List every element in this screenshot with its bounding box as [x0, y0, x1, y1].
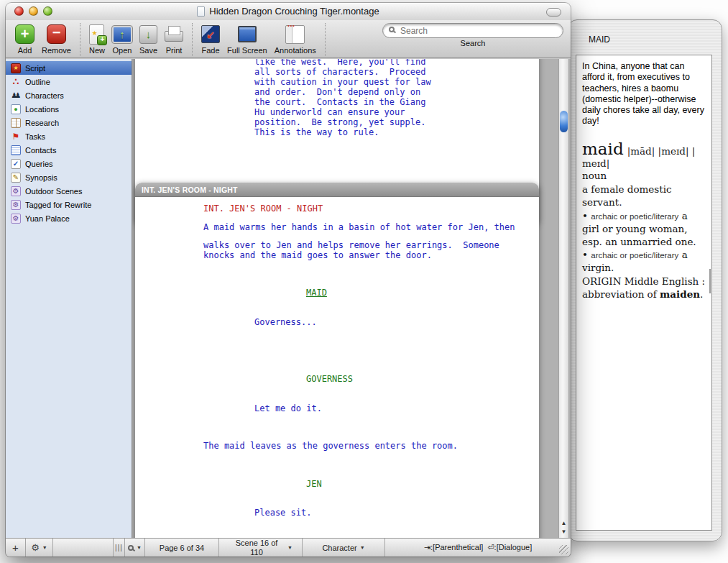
add-button[interactable]: + Add — [15, 23, 34, 55]
window-controls — [14, 6, 52, 16]
sidebar-item-tasks[interactable]: Tasks — [6, 129, 132, 143]
view-columns-button[interactable]: ||| — [114, 539, 125, 557]
open-icon — [112, 26, 132, 43]
smart-folder-gear-icon — [11, 200, 21, 210]
scrollbar-arrows[interactable]: ▲▼ — [559, 519, 568, 536]
action-text: The maid leaves as the governess enters … — [203, 441, 539, 452]
dialogue-block: JEN Please sit. — [135, 460, 539, 538]
sidebar-item-research[interactable]: Research — [6, 116, 132, 129]
chevron-down-icon: ▼ — [360, 545, 365, 550]
sidebar-item-outline[interactable]: Outline — [6, 75, 132, 88]
status-action-menu[interactable]: ⚙ ▼ — [26, 539, 53, 557]
zoom-button[interactable] — [43, 6, 52, 16]
window-title: Hidden Dragon Crouching Tiger.montage — [6, 3, 571, 20]
inspector-panel: MAID In China, anyone that can afford it… — [568, 19, 722, 541]
sidebar-item-outdoor-scenes[interactable]: Outdoor Scenes — [6, 184, 132, 198]
action-text: A maid warms her hands in a basin of hot… — [203, 223, 539, 233]
dictionary-sense-2: • archaic or poetic/literary a virgin. — [582, 249, 706, 275]
dialogue-block: MAID Governess... — [135, 269, 539, 347]
origin-word: maiden — [660, 288, 700, 300]
sidebar-item-synopsis[interactable]: Synopsis — [6, 170, 132, 184]
research-book-icon — [11, 118, 21, 128]
close-button[interactable] — [14, 6, 24, 16]
dictionary-sense-1: • archaic or poetic/literary a girl or y… — [582, 210, 706, 248]
fade-icon — [201, 25, 220, 43]
fade-button[interactable]: Fade — [201, 23, 220, 55]
smart-folder-gear-icon — [11, 214, 21, 224]
action-text: walks over to Jen and helps remove her e… — [203, 241, 539, 260]
bullet: • — [582, 210, 588, 221]
status-add-button[interactable]: + — [6, 539, 26, 557]
toolbar-separator — [192, 23, 193, 56]
dictionary-part-of-speech: noun — [582, 170, 706, 183]
element-type-selector[interactable]: Character ▼ — [303, 539, 385, 557]
chevron-down-icon: ▼ — [287, 545, 292, 550]
sidebar: Script Outline Characters Locations Rese… — [6, 59, 132, 538]
inspector-scrollbar[interactable] — [709, 269, 711, 293]
annotations-button[interactable]: Annotations — [275, 23, 316, 55]
inspector-note: In China, anyone that can afford it, fro… — [582, 61, 706, 127]
return-hint: ⏎:[Dialogue] — [487, 543, 532, 552]
chevron-down-icon: ▼ — [42, 545, 47, 550]
sidebar-item-yuan-palace[interactable]: Yuan Palace — [6, 211, 132, 225]
dialogue-text: Please sit. — [254, 508, 539, 518]
dialogue-text: Let me do it. — [254, 404, 539, 414]
sidebar-item-characters[interactable]: Characters — [6, 88, 132, 102]
scene-heading: INT. JEN'S ROOM - NIGHT — [203, 204, 539, 214]
sidebar-item-locations[interactable]: Locations — [6, 102, 132, 116]
search-icon — [128, 545, 134, 551]
annotations-icon — [285, 25, 305, 44]
sidebar-item-tagged-for-rewrite[interactable]: Tagged for Rewrite — [6, 198, 132, 211]
scene-selector[interactable]: Scene 16 of 110 ▼ — [219, 539, 303, 557]
scene-card[interactable]: INT. JEN'S ROOM - NIGHT INT. JEN'S ROOM … — [135, 183, 539, 538]
dictionary-headword-row: maid |mād| |meɪd| | meɪd| — [582, 140, 706, 170]
character-name: GOVERNESS — [306, 375, 539, 385]
dialogue-block: GOVERNESS Let me do it. — [135, 355, 539, 433]
sidebar-item-queries[interactable]: Queries — [6, 157, 132, 170]
full-screen-button[interactable]: Full Screen — [227, 23, 267, 55]
scrollbar-thumb[interactable] — [560, 111, 568, 132]
scene-card-body: INT. JEN'S ROOM - NIGHT A maid warms her… — [135, 197, 539, 538]
character-name: MAID — [306, 288, 539, 298]
vertical-scrollbar[interactable]: ▲▼ — [558, 59, 569, 538]
sidebar-item-script[interactable]: Script — [6, 61, 132, 75]
inspector-content[interactable]: In China, anyone that can afford it, fro… — [576, 55, 712, 531]
print-button[interactable]: Print — [165, 23, 183, 55]
document-icon — [197, 6, 205, 17]
new-document-icon — [89, 24, 104, 45]
resize-grip[interactable] — [559, 545, 568, 554]
scene-card-header[interactable]: INT. JEN'S ROOM - NIGHT — [135, 183, 539, 197]
character-name: JEN — [306, 480, 539, 490]
add-icon: + — [15, 24, 34, 44]
search-icon — [389, 27, 395, 32]
remove-button[interactable]: − Remove — [42, 23, 71, 55]
dialogue-text: Governess... — [254, 318, 539, 328]
status-spacer — [53, 539, 114, 557]
origin-label: ORIGIN — [582, 275, 622, 287]
sense-label: archaic or poetic/literary — [591, 212, 678, 221]
script-icon — [11, 63, 21, 73]
tasks-pin-icon — [11, 132, 21, 142]
sidebar-item-contacts[interactable]: Contacts — [6, 143, 132, 157]
sense-label: archaic or poetic/literary — [591, 251, 678, 260]
inspector-title: MAID — [589, 35, 610, 45]
contacts-icon — [11, 145, 21, 155]
minimize-button[interactable] — [29, 6, 38, 16]
status-search-menu[interactable]: ▼ — [125, 539, 145, 557]
title-bar[interactable]: Hidden Dragon Crouching Tiger.montage — [6, 3, 571, 20]
new-button[interactable]: New — [89, 23, 105, 55]
keyboard-hints: ⇥:[Parenthetical] ⏎:[Dialogue] — [385, 539, 571, 557]
main-window: Hidden Dragon Crouching Tiger.montage + … — [6, 3, 571, 557]
script-editor[interactable]: like the west. Here, you'll find all sor… — [132, 59, 571, 538]
characters-icon — [11, 91, 21, 101]
open-button[interactable]: Open — [112, 23, 132, 55]
bullet: • — [582, 249, 588, 260]
gear-icon: ⚙ — [31, 542, 40, 553]
dictionary-origin: ORIGIN Middle English : abbreviation of … — [582, 275, 706, 301]
search-input[interactable] — [382, 23, 563, 38]
save-icon — [139, 25, 157, 44]
page-indicator: Page 6 of 34 — [145, 539, 219, 557]
toolbar-toggle-button[interactable] — [546, 8, 561, 17]
smart-folder-gear-icon — [11, 186, 21, 196]
save-button[interactable]: Save — [139, 23, 157, 55]
